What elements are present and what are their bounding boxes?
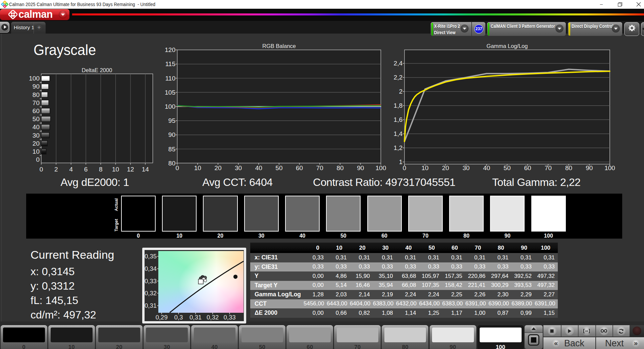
- svg-text:90: 90: [168, 131, 175, 138]
- svg-text:1,6: 1,6: [394, 116, 402, 123]
- svg-text:2,4: 2,4: [394, 60, 403, 67]
- svg-text:1,4: 1,4: [394, 130, 403, 137]
- svg-text:40: 40: [255, 164, 262, 171]
- svg-text:70: 70: [316, 164, 323, 171]
- svg-text:2,2: 2,2: [394, 74, 402, 81]
- svg-text:90: 90: [33, 83, 40, 90]
- svg-text:80: 80: [33, 91, 40, 98]
- svg-text:10: 10: [112, 166, 119, 173]
- svg-text:14: 14: [142, 166, 149, 173]
- svg-text:95: 95: [168, 117, 175, 124]
- svg-text:0,33: 0,33: [145, 278, 157, 285]
- svg-text:10: 10: [33, 148, 40, 155]
- svg-text:40: 40: [33, 123, 40, 131]
- svg-text:0,34: 0,34: [145, 265, 157, 272]
- svg-text:12: 12: [127, 166, 134, 173]
- svg-text:0: 0: [175, 164, 179, 171]
- svg-text:90: 90: [357, 164, 364, 171]
- svg-text:20: 20: [214, 164, 221, 171]
- svg-text:6: 6: [84, 166, 88, 173]
- svg-text:0,29: 0,29: [156, 314, 168, 321]
- svg-text:50: 50: [33, 115, 40, 122]
- svg-text:30: 30: [33, 132, 40, 139]
- svg-text:0,31: 0,31: [190, 314, 202, 321]
- svg-text:2: 2: [399, 88, 402, 95]
- svg-text:105: 105: [165, 89, 175, 96]
- svg-text:DeltaE 2000: DeltaE 2000: [82, 67, 112, 73]
- svg-text:60: 60: [296, 164, 303, 171]
- svg-text:80: 80: [336, 164, 343, 171]
- svg-text:Gamma Log/Log: Gamma Log/Log: [487, 44, 528, 49]
- svg-text:0,32: 0,32: [145, 290, 157, 297]
- svg-text:0,32: 0,32: [207, 314, 219, 321]
- svg-text:60: 60: [33, 107, 40, 114]
- svg-text:2: 2: [54, 166, 58, 173]
- svg-text:8: 8: [99, 166, 103, 173]
- svg-text:110: 110: [165, 75, 175, 82]
- svg-text:80: 80: [168, 160, 175, 167]
- svg-text:100: 100: [29, 75, 40, 82]
- svg-text:0,33: 0,33: [223, 314, 235, 321]
- svg-text:0,3: 0,3: [174, 314, 183, 321]
- svg-text:4: 4: [69, 166, 73, 173]
- svg-text:1: 1: [399, 158, 402, 165]
- svg-text:0,35: 0,35: [145, 253, 157, 260]
- svg-text:0: 0: [40, 166, 43, 173]
- svg-text:1,2: 1,2: [394, 144, 402, 151]
- svg-text:100: 100: [165, 103, 175, 110]
- svg-text:30: 30: [235, 164, 242, 171]
- svg-text:50: 50: [275, 164, 282, 171]
- svg-text:120: 120: [165, 46, 175, 53]
- svg-text:0,31: 0,31: [145, 302, 157, 309]
- svg-text:115: 115: [165, 60, 175, 67]
- svg-text:85: 85: [168, 146, 175, 153]
- svg-text:1,8: 1,8: [394, 102, 402, 109]
- svg-text:RGB Balance: RGB Balance: [262, 44, 296, 49]
- svg-text:10: 10: [194, 164, 201, 171]
- svg-text:20: 20: [33, 140, 40, 147]
- svg-text:0: 0: [36, 156, 40, 163]
- svg-text:70: 70: [33, 99, 40, 106]
